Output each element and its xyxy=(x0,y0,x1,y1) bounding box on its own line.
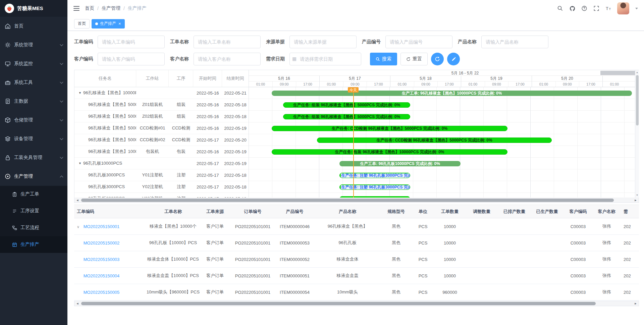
gantt-task-row[interactable]: 96孔移液盒【黑色】5000P CCD检测#02 CCD检测 2022-05-1… xyxy=(74,134,249,146)
workorder-code-link[interactable]: MO202205150005 xyxy=(84,290,120,295)
sidebar-item-equipment-management[interactable]: 设备管理 xyxy=(0,129,67,148)
close-icon[interactable]: × xyxy=(118,21,121,26)
scrollbar-thumb[interactable] xyxy=(81,302,596,305)
reset-button[interactable]: 重置 xyxy=(400,53,428,65)
sidebar-item-system-tools[interactable]: 系统工具 xyxy=(0,73,67,92)
order-row[interactable]: ∨ MO202205150001 移液盒【黑色】10000个 客户订单 PO20… xyxy=(74,218,639,235)
filter-input[interactable] xyxy=(481,36,548,48)
gantt-bar[interactable]: 生产任务: 组装 96孔移液盒【黑色】5000PCS 完成比例: 0% xyxy=(283,102,410,108)
unit-cell: PCS xyxy=(411,218,435,235)
breadcrumb-home[interactable]: 首页 xyxy=(85,5,94,11)
gantt-bar[interactable]: 生产任务: 注塑 96孔孔板3000PCS 完成 xyxy=(339,184,410,190)
order-row[interactable]: MO202205150005 10mm吸头【960000】PCS 客户订单 PO… xyxy=(74,284,639,301)
field-label: 客户编码 xyxy=(74,56,98,62)
github-icon[interactable] xyxy=(569,5,576,12)
scroll-right-icon[interactable]: ► xyxy=(633,302,639,305)
gantt-bar[interactable]: 生产任务: 包装 96孔移液盒【黑色】10000PCS 完成比例: 0% xyxy=(272,149,507,155)
tab-production-schedule[interactable]: 生产排产 × xyxy=(92,19,125,29)
gantt-bar[interactable]: 生产任务: 注塑 96孔孔板3000PCS 完成 xyxy=(339,173,410,178)
scheduled-qty-cell xyxy=(498,251,530,268)
gantt-panel: 任务名 工作站 工序 开始时间 结束时间 ▼ 96孔移液盒【黑色】1000 xyxy=(74,70,639,203)
gantt-task-row[interactable]: 96孔移液盒【黑色】5000P CCD检测#01 CCD检测 2022-05-1… xyxy=(74,122,249,134)
scrollbar-thumb[interactable] xyxy=(81,199,614,202)
workstation-cell: CCD检测#02 xyxy=(136,137,169,143)
lock-icon xyxy=(5,155,11,161)
workorder-code-cell: MO202205150005 xyxy=(74,284,146,301)
scrollbar-thumb[interactable] xyxy=(636,75,639,125)
gantt-bar[interactable] xyxy=(339,196,410,198)
gantt-bar[interactable]: 生产任务: CCD检测 96孔移液盒【黑色】5000PCS 完成比例: 0% xyxy=(272,126,507,131)
produced-qty-cell xyxy=(530,284,564,301)
demand-date-cell: 202 xyxy=(621,268,639,284)
filter-row-2: 客户编码 ▦ 客户名称 ▦ 需求日期 ▦ xyxy=(74,53,644,65)
search-button[interactable]: 搜索 xyxy=(370,53,397,65)
scroll-left-icon[interactable]: ◄ xyxy=(74,199,80,202)
workorder-source-cell: 客户订单 xyxy=(200,235,230,251)
sidebar-item-system-management[interactable]: 系统管理 xyxy=(0,36,67,54)
tab-home[interactable]: 首页 xyxy=(74,19,90,29)
gantt-task-row[interactable]: 96孔孔板3000PCS Y01注塑机 注塑 2022-05-17 2022-0… xyxy=(74,169,249,181)
help-icon[interactable] xyxy=(581,5,588,12)
fullscreen-icon[interactable] xyxy=(593,5,600,12)
gantt-vertical-scrollbar[interactable]: ▲ ▼ xyxy=(635,70,639,198)
gantt-bar[interactable]: 生产工单: 96孔移液盒【黑色】10000PCS 完成比例: 0% xyxy=(272,91,632,96)
expand-caret-icon[interactable]: ∨ xyxy=(77,225,82,229)
tree-caret-icon[interactable]: ▼ xyxy=(78,91,82,95)
sidebar-item-master-data[interactable]: 主数据 xyxy=(0,92,67,111)
refresh-gantt-button[interactable] xyxy=(431,53,444,65)
sidebar-toggle-icon[interactable] xyxy=(73,6,79,11)
tabs-bar: 首页 生产排产 × xyxy=(67,17,644,31)
order-row[interactable]: MO202205150002 96孔孔板【10000】PCS 客户订单 PO20… xyxy=(74,235,639,251)
search-icon[interactable] xyxy=(557,5,564,12)
order-row[interactable]: MO202205150004 移液盒盒盖【10000】PCS 客户订单 PO20… xyxy=(74,268,639,284)
gantt-task-row[interactable]: ▼ 96孔移液盒【黑色】10000P 2022-05-16 2022-05-21 xyxy=(74,87,249,99)
gantt-task-row[interactable]: ▼ 96孔孔板10000PCS 2022-05-17 2022-05-19 xyxy=(74,158,249,169)
font-size-icon[interactable]: TT xyxy=(605,5,612,12)
scroll-left-icon[interactable]: ◄ xyxy=(74,302,80,305)
gantt-bar[interactable]: 生产任务: CCD检测 96孔移液盒【黑色】5000PCS 完成比例: 0% xyxy=(317,138,552,143)
gantt-bar[interactable]: 生产工单: 96孔孔板10000PCS 完成比例: 0% xyxy=(339,161,461,166)
filter-input[interactable] xyxy=(98,53,165,65)
sidebar-item-fixture-management[interactable]: 工装夹具管理 xyxy=(0,148,67,167)
sidebar-item-process-flow[interactable]: 工艺流程 xyxy=(0,219,67,236)
task-name-cell: ▼ 96孔孔板10000PCS xyxy=(74,160,136,166)
order-row[interactable]: MO202205150003 移液盒盒体【10000】PCS 客户订单 PO20… xyxy=(74,251,639,268)
gantt-task-row[interactable]: 96孔孔板3000PCS Y03注塑机 注塑 2022-05-17 2022-0… xyxy=(74,193,249,198)
edit-button[interactable] xyxy=(447,53,460,65)
workorder-code-link[interactable]: MO202205150002 xyxy=(84,240,120,246)
scroll-down-icon[interactable]: ▼ xyxy=(636,194,638,197)
order-no-cell: PO202205101001 xyxy=(230,235,275,251)
breadcrumb-production-management[interactable]: 生产管理 xyxy=(102,5,120,11)
filter-input[interactable] xyxy=(385,36,452,48)
sidebar-item-system-monitor[interactable]: 系统监控 xyxy=(0,54,67,73)
workorder-code-link[interactable]: MO202205150004 xyxy=(84,273,120,278)
gantt-task-row[interactable]: 96孔移液盒【黑色】10000 包装机 包装 2022-05-16 2022-0… xyxy=(74,146,249,158)
gantt-task-row[interactable]: 96孔孔板3000PCS Y02注塑机 注塑 2022-05-17 2022-0… xyxy=(74,181,249,193)
user-avatar[interactable] xyxy=(617,2,629,14)
sidebar-item-process-settings[interactable]: 工序设置 xyxy=(0,203,67,219)
gantt-bar[interactable]: 生产任务: 组装 96孔移液盒【黑色】5000PCS 完成比例: 0% xyxy=(283,114,410,119)
sidebar-item-home[interactable]: 首页 xyxy=(0,17,67,36)
workorder-source-cell: 客户订单 xyxy=(200,284,230,301)
gantt-task-row[interactable]: 96孔移液盒【黑色】5000P Z01组装机 组装 2022-05-16 202… xyxy=(74,99,249,111)
gantt-task-row[interactable]: 96孔移液盒【黑色】5000P Z02组装机 组装 2022-05-16 202… xyxy=(74,111,249,122)
filter-input[interactable] xyxy=(194,53,261,65)
workorder-code-link[interactable]: MO202205150003 xyxy=(84,257,120,262)
filter-input[interactable] xyxy=(98,36,165,48)
filter-input[interactable] xyxy=(289,36,357,48)
field-label: 客户名称 xyxy=(170,56,194,62)
sidebar-item-production-management[interactable]: 生产管理 xyxy=(0,167,67,186)
filter-input[interactable] xyxy=(194,36,261,48)
tree-caret-icon[interactable]: ▼ xyxy=(78,162,82,165)
workorder-code-link[interactable]: MO202205150001 xyxy=(84,224,120,229)
sidebar-item-warehouse-management[interactable]: 仓储管理 xyxy=(0,111,67,129)
filter-input[interactable] xyxy=(289,53,361,65)
caret-down-icon[interactable] xyxy=(635,8,638,9)
scroll-right-icon[interactable]: ► xyxy=(633,199,639,202)
sidebar-item-production-workorder[interactable]: 生产工单 xyxy=(0,186,67,203)
gantt-horizontal-scrollbar[interactable]: ◄ ► xyxy=(74,198,639,203)
sidebar-item-production-schedule[interactable]: 生产排产 xyxy=(0,236,67,253)
scroll-up-icon[interactable]: ▲ xyxy=(636,71,638,74)
column-header: 已排产数量 xyxy=(498,205,530,218)
orders-horizontal-scrollbar[interactable]: ◄ ► xyxy=(74,301,639,306)
